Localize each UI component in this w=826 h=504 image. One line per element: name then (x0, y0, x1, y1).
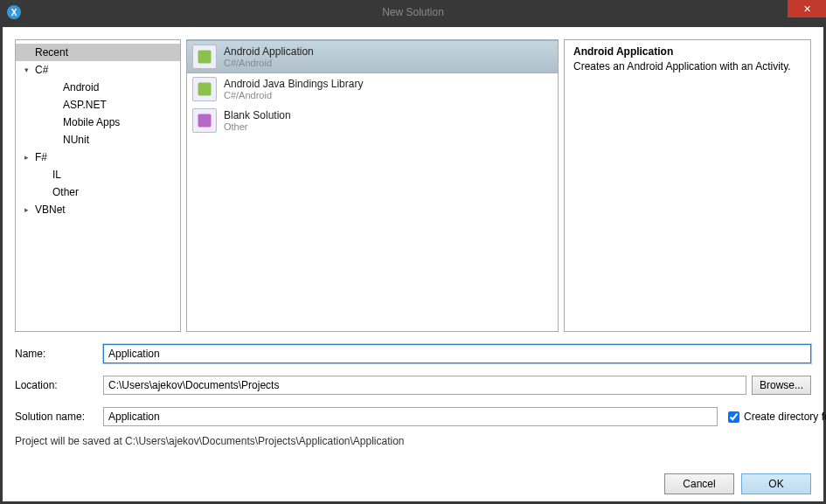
tree-item[interactable]: ASP.NET (16, 96, 180, 114)
template-title: Android Application (224, 45, 314, 58)
template-item[interactable]: Android Java Bindings LibraryC#/Android (187, 73, 558, 105)
location-label: Location: (15, 379, 98, 391)
expand-arrow-icon: ▸ (24, 205, 35, 214)
solution-name-input[interactable] (103, 407, 718, 426)
template-icon (192, 45, 217, 69)
name-label: Name: (15, 348, 98, 360)
tree-item[interactable]: IL (16, 166, 180, 183)
panels-row: Recent▾C#AndroidASP.NETMobile AppsNUnit▸… (15, 39, 811, 332)
template-text: Blank SolutionOther (224, 109, 291, 132)
expand-arrow-icon: ▸ (24, 153, 35, 162)
template-list[interactable]: Android ApplicationC#/AndroidAndroid Jav… (187, 40, 558, 136)
window-title: New Solution (0, 6, 826, 18)
tree-item[interactable]: ▾C# (16, 61, 180, 79)
template-subtitle: C#/Android (224, 58, 314, 68)
dialog-buttons: Cancel OK (15, 459, 811, 494)
template-item[interactable]: Blank SolutionOther (187, 105, 558, 136)
tree-item-label: ASP.NET (63, 99, 107, 111)
close-button[interactable]: ✕ (788, 0, 826, 17)
create-dir-label: Create directory for solution (744, 411, 826, 423)
tree-item-label: Recent (35, 46, 68, 59)
create-dir-checkbox[interactable] (728, 411, 739, 423)
location-row: Location: Browse... (15, 376, 811, 395)
tree-item[interactable]: NUnit (16, 131, 180, 148)
solution-name-row: Solution name: Create directory for solu… (15, 407, 811, 426)
name-input[interactable] (103, 344, 811, 363)
tree-item[interactable]: Mobile Apps (16, 114, 180, 131)
tree-item-label: NUnit (63, 134, 89, 146)
tree-item-label: Other (52, 186, 79, 198)
template-list-panel: Android ApplicationC#/AndroidAndroid Jav… (186, 39, 559, 332)
cancel-button[interactable]: Cancel (664, 473, 734, 494)
tree-item[interactable]: ▸F# (16, 148, 180, 166)
template-icon (192, 108, 217, 133)
detail-description: Creates an Android Application with an A… (573, 60, 802, 72)
template-text: Android Java Bindings LibraryC#/Android (224, 78, 363, 100)
titlebar[interactable]: X New Solution ✕ (0, 0, 826, 24)
browse-button[interactable]: Browse... (752, 376, 811, 395)
detail-panel: Android Application Creates an Android A… (564, 39, 811, 332)
tree-item-label: IL (52, 169, 61, 181)
dialog-window: X New Solution ✕ Recent▾C#AndroidASP.NET… (0, 0, 826, 504)
template-subtitle: Other (224, 121, 291, 132)
tree-item-label: C# (35, 64, 48, 76)
svg-rect-0 (198, 51, 212, 64)
location-input[interactable] (103, 376, 746, 395)
template-title: Blank Solution (224, 109, 291, 121)
tree-item-label: F# (35, 151, 47, 163)
save-path-text: Project will be saved at C:\Users\ajekov… (15, 435, 811, 447)
app-icon: X (7, 5, 21, 19)
solution-name-label: Solution name: (15, 411, 98, 423)
template-icon (192, 77, 217, 101)
template-title: Android Java Bindings Library (224, 78, 363, 90)
name-row: Name: (15, 344, 811, 363)
tree-item-label: VBNet (35, 204, 66, 216)
create-dir-checkbox-wrap[interactable]: Create directory for solution (728, 411, 811, 423)
template-item[interactable]: Android ApplicationC#/Android (187, 40, 558, 73)
close-icon: ✕ (803, 3, 811, 15)
detail-heading: Android Application (573, 45, 802, 58)
category-tree[interactable]: Recent▾C#AndroidASP.NETMobile AppsNUnit▸… (16, 40, 180, 222)
tree-item-label: Mobile Apps (63, 116, 120, 128)
ok-button[interactable]: OK (741, 473, 811, 494)
tree-item[interactable]: Android (16, 79, 180, 96)
category-tree-panel: Recent▾C#AndroidASP.NETMobile AppsNUnit▸… (15, 39, 181, 332)
tree-item-label: Android (63, 81, 99, 93)
template-text: Android ApplicationC#/Android (224, 45, 314, 68)
dialog-content: Recent▾C#AndroidASP.NETMobile AppsNUnit▸… (3, 27, 823, 501)
template-subtitle: C#/Android (224, 90, 363, 100)
tree-item[interactable]: ▸VBNet (16, 201, 180, 218)
tree-item[interactable]: Other (16, 183, 180, 201)
tree-item[interactable]: Recent (16, 44, 180, 61)
expand-arrow-icon: ▾ (24, 66, 35, 74)
svg-rect-2 (198, 114, 212, 128)
svg-rect-1 (198, 83, 212, 96)
